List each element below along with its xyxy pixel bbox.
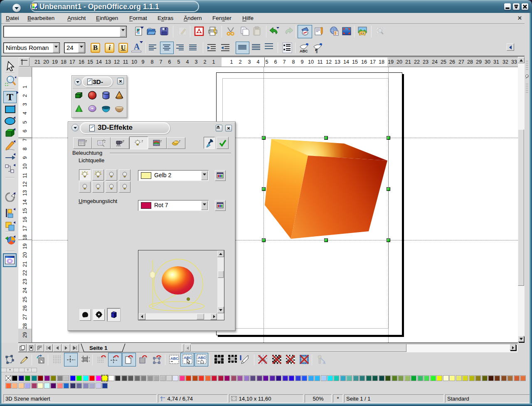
- svg-text:¶: ¶: [315, 48, 318, 53]
- svg-text:ABC: ABC: [300, 49, 308, 53]
- svg-text:ABC: ABC: [198, 356, 206, 360]
- svg-text:ABC: ABC: [184, 356, 192, 360]
- svg-text:ABC: ABC: [170, 356, 179, 361]
- svg-text:Seite 1: Seite 1: [89, 345, 108, 351]
